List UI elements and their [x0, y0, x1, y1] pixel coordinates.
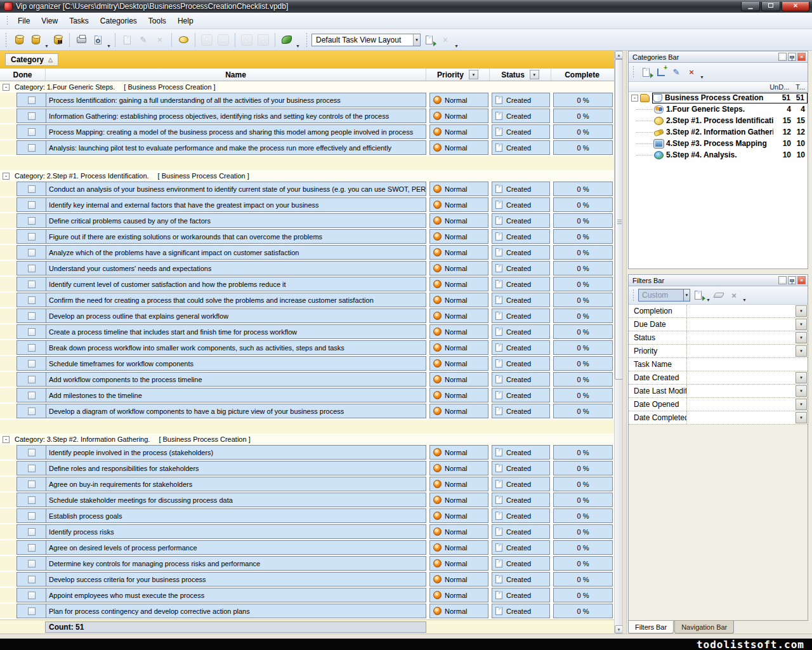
- task-done-checkbox[interactable]: [28, 544, 36, 552]
- task-done-checkbox[interactable]: [28, 465, 36, 472]
- panel-pin-button[interactable]: [788, 276, 796, 284]
- total-column-header[interactable]: T...: [796, 83, 805, 91]
- task-done-checkbox[interactable]: [28, 265, 36, 272]
- undone-column-header[interactable]: UnD...: [769, 83, 789, 91]
- new-database-button[interactable]: [11, 32, 27, 48]
- filter-value-field[interactable]: [687, 398, 795, 411]
- tree-item[interactable]: 4.Step #3. Process Mapping1010: [629, 138, 808, 149]
- filter-value-field[interactable]: [687, 358, 795, 371]
- move-down-button[interactable]: ▼: [199, 32, 214, 48]
- task-done-checkbox[interactable]: [28, 201, 36, 209]
- task-done-checkbox[interactable]: [28, 560, 36, 567]
- filter-value-field[interactable]: [687, 371, 795, 384]
- menu-item-help[interactable]: Help: [172, 14, 199, 28]
- panel-close-button[interactable]: ×: [797, 53, 806, 61]
- filter-value-field[interactable]: [687, 385, 795, 397]
- column-header-priority[interactable]: Priority▼: [426, 69, 490, 81]
- task-done-checkbox[interactable]: [28, 128, 36, 136]
- filter-dropdown-button[interactable]: ▼: [796, 332, 807, 343]
- task-done-checkbox[interactable]: [28, 607, 36, 615]
- filter-value-field[interactable]: [687, 345, 795, 357]
- vertical-scrollbar[interactable]: ▲ ▼: [614, 51, 622, 633]
- load-filter-button[interactable]: [690, 288, 705, 302]
- new-task-button[interactable]: [119, 32, 134, 48]
- new-subcategory-button[interactable]: [653, 65, 669, 79]
- panel-splitter[interactable]: [622, 51, 627, 633]
- filter-dropdown-button[interactable]: ▼: [796, 305, 807, 317]
- task-done-checkbox[interactable]: [28, 408, 36, 415]
- restore-button[interactable]: [761, 2, 780, 11]
- panel-pin-button[interactable]: [788, 53, 796, 61]
- edit-category-button[interactable]: ✎: [669, 65, 684, 79]
- tree-item[interactable]: 1.Four Generic Steps.44: [629, 103, 808, 115]
- move-up-button[interactable]: ▲: [216, 32, 231, 48]
- task-done-checkbox[interactable]: [28, 592, 36, 599]
- menu-item-tools[interactable]: Tools: [143, 14, 172, 28]
- task-done-checkbox[interactable]: [28, 312, 36, 320]
- status-filter-button[interactable]: ▼: [530, 70, 539, 79]
- menu-item-file[interactable]: File: [12, 14, 36, 28]
- task-done-checkbox[interactable]: [28, 296, 36, 304]
- filter-value-field[interactable]: [687, 411, 795, 424]
- column-header-done[interactable]: Done: [0, 69, 46, 81]
- layout-combobox[interactable]: Default Task View Layout ▼: [311, 34, 421, 46]
- column-header-complete[interactable]: Complete: [551, 69, 613, 81]
- task-done-checkbox[interactable]: [28, 576, 36, 583]
- remove-filter-button[interactable]: ×: [726, 288, 742, 302]
- chevron-down-icon[interactable]: ▼: [295, 44, 301, 50]
- task-done-checkbox[interactable]: [28, 376, 36, 383]
- filter-dropdown-button[interactable]: ▼: [796, 372, 807, 383]
- task-done-checkbox[interactable]: [28, 112, 36, 120]
- task-done-checkbox[interactable]: [28, 217, 36, 225]
- task-done-checkbox[interactable]: [28, 185, 36, 193]
- filter-value-field[interactable]: [687, 318, 795, 331]
- task-done-checkbox[interactable]: [28, 449, 36, 456]
- tree-item[interactable]: -Business Process Creation5151: [629, 92, 808, 103]
- menu-item-view[interactable]: View: [36, 14, 63, 28]
- collapse-group-button[interactable]: -: [3, 436, 10, 443]
- column-header-status[interactable]: Status▼: [490, 69, 551, 81]
- print-button[interactable]: [74, 32, 89, 48]
- filter-value-field[interactable]: [687, 305, 795, 317]
- panel-restore-button[interactable]: [778, 276, 787, 284]
- task-color-button[interactable]: [176, 32, 191, 48]
- task-done-checkbox[interactable]: [28, 496, 36, 504]
- task-done-checkbox[interactable]: [28, 328, 36, 336]
- tree-item[interactable]: 2.Step #1. Process Identification.1515: [629, 115, 808, 126]
- minimize-button[interactable]: ▁: [741, 2, 760, 11]
- task-done-checkbox[interactable]: [28, 481, 36, 488]
- filter-preset-combobox[interactable]: Custom ▼: [638, 289, 690, 302]
- task-done-checkbox[interactable]: [28, 144, 36, 152]
- move-bottom-button[interactable]: ▼▼: [239, 32, 254, 48]
- print-preview-button[interactable]: [90, 32, 105, 48]
- filter-dropdown-button[interactable]: ▼: [796, 385, 807, 397]
- tree-item[interactable]: 5.Step #4. Analysis.1010: [629, 149, 808, 161]
- task-done-checkbox[interactable]: [28, 528, 36, 536]
- task-done-checkbox[interactable]: [28, 281, 36, 288]
- filter-dropdown-button[interactable]: ▼: [796, 319, 807, 330]
- collapse-tree-button[interactable]: -: [631, 95, 638, 102]
- tab-navigation-bar[interactable]: Navigation Bar: [674, 621, 734, 633]
- task-done-checkbox[interactable]: [28, 512, 36, 520]
- delete-category-button[interactable]: ×: [684, 65, 699, 79]
- delete-task-button[interactable]: ×: [152, 32, 167, 48]
- task-done-checkbox[interactable]: [28, 344, 36, 352]
- group-by-category-button[interactable]: Category △: [5, 53, 58, 66]
- task-done-checkbox[interactable]: [28, 360, 36, 368]
- task-done-checkbox[interactable]: [28, 249, 36, 256]
- notes-button[interactable]: [279, 32, 294, 48]
- panel-restore-button[interactable]: [778, 53, 787, 61]
- filter-dropdown-button[interactable]: ▼: [796, 412, 807, 423]
- open-database-button[interactable]: [28, 32, 43, 48]
- save-database-button[interactable]: 💾︎: [50, 32, 65, 48]
- panel-close-button[interactable]: ×: [797, 276, 806, 284]
- combobox-dropdown-button[interactable]: ▼: [413, 34, 420, 46]
- tree-item[interactable]: 3.Step #2. Information Gathering.1212: [629, 126, 808, 138]
- move-top-button[interactable]: ▲▲: [256, 32, 271, 48]
- clear-filter-button[interactable]: [711, 288, 726, 302]
- new-category-button[interactable]: [638, 65, 653, 79]
- filter-dropdown-button[interactable]: ▼: [796, 345, 807, 357]
- apply-layout-button[interactable]: [421, 32, 436, 48]
- task-done-checkbox[interactable]: [28, 96, 36, 104]
- chevron-down-icon[interactable]: ▼: [106, 44, 112, 50]
